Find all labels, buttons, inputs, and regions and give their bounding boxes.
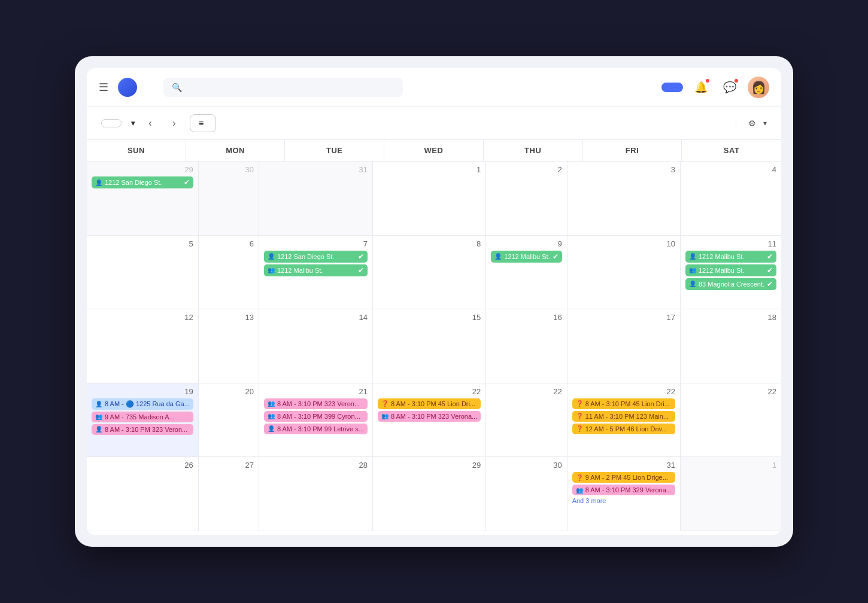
event-text: 83 Magnolia Crescent. <box>699 281 764 288</box>
event-text: 8 AM - 3:10 PM 323 Veron... <box>277 400 364 407</box>
calendar-event[interactable]: 👤1212 Malibu St.✔ <box>491 251 562 263</box>
calendar-event[interactable]: ❓8 AM - 3:10 PM 45 Lion Dri... <box>572 398 675 409</box>
event-text: 11 AM - 3:10 PM 123 Main... <box>585 413 672 420</box>
calendar-cell[interactable]: 27 <box>199 457 259 531</box>
calendar-cell[interactable]: 22❓8 AM - 3:10 PM 45 Lion Dri...👥8 AM - … <box>373 383 486 458</box>
day-number: 29 <box>92 165 193 174</box>
calendar-event[interactable]: 👤8 AM - 🔵 1225 Rua da Ga... <box>92 398 193 410</box>
avatar[interactable]: 👩 <box>748 77 769 98</box>
calendar-cell[interactable]: 5 <box>87 236 199 310</box>
calendar-event[interactable]: 👤1212 Malibu St.✔ <box>685 251 776 263</box>
calendar-event[interactable]: ❓8 AM - 3:10 PM 45 Lion Dri... <box>378 398 481 409</box>
calendar-cell[interactable]: 10 <box>567 236 681 310</box>
search-bar[interactable]: 🔍 <box>163 78 403 97</box>
calendar-cell[interactable]: 2 <box>486 162 567 236</box>
day-number: 1 <box>685 461 776 470</box>
message-badge <box>733 78 739 84</box>
question-icon: ❓ <box>576 400 583 407</box>
calendar-event[interactable]: 👥1212 Malibu St.✔ <box>264 264 368 276</box>
calendar-cell[interactable]: 17 <box>567 309 681 383</box>
calendar-event[interactable]: 👥8 AM - 3:10 PM 323 Verona... <box>378 411 481 422</box>
calendar-cell[interactable]: 15 <box>373 309 486 383</box>
calendar-cell[interactable]: 31 <box>259 162 373 236</box>
question-icon: ❓ <box>576 474 583 481</box>
person-icon: 👤 <box>689 281 696 287</box>
people-icon: 👥 <box>689 267 696 273</box>
calendar-event[interactable]: 👥9 AM - 735 Madison A... <box>92 412 193 422</box>
add-task-button[interactable] <box>661 83 683 92</box>
calendar-cell[interactable]: 22 <box>681 383 781 458</box>
messages-button[interactable]: 💬 <box>719 77 740 98</box>
calendar-event[interactable]: ❓11 AM - 3:10 PM 123 Main... <box>572 411 675 422</box>
calendar-cell[interactable]: 14 <box>259 309 373 383</box>
calendar-cell[interactable]: 1 <box>681 457 781 531</box>
calendar-cell[interactable]: 1 <box>373 162 486 236</box>
menu-icon[interactable]: ☰ <box>99 81 108 94</box>
today-button[interactable] <box>101 119 122 127</box>
calendar-cell[interactable]: 30 <box>199 162 259 236</box>
person-icon: 👤 <box>689 253 696 260</box>
notification-badge <box>705 78 711 84</box>
calendar-cell[interactable]: 20 <box>199 383 259 458</box>
day-number: 9 <box>491 239 562 248</box>
next-month-button[interactable]: › <box>166 115 183 132</box>
day-number: 4 <box>685 165 776 174</box>
calendar-cell[interactable]: 28 <box>259 457 373 531</box>
calendar-cell[interactable]: 11👤1212 Malibu St.✔👥1212 Malibu St.✔👤83 … <box>681 236 781 310</box>
notifications-button[interactable]: 🔔 <box>690 77 712 98</box>
day-number: 1 <box>378 165 481 174</box>
calendar-event[interactable]: 👤1212 San Diego St.✔ <box>264 251 368 263</box>
prev-month-button[interactable]: ‹ <box>142 115 159 132</box>
calendar-cell[interactable]: 29 <box>373 457 486 531</box>
calendar-cell[interactable]: 12 <box>87 309 199 383</box>
people-icon: 👥 <box>268 400 275 407</box>
calendar-cell[interactable]: 4 <box>681 162 781 236</box>
calendar-cell[interactable]: 16 <box>486 309 567 383</box>
person-icon: 👤 <box>95 179 102 186</box>
calendar-cell[interactable]: 8 <box>373 236 486 310</box>
calendar-cell[interactable]: 18 <box>681 309 781 383</box>
view-options: ⚙ ▾ <box>693 118 767 128</box>
calendar-event[interactable]: ❓12 AM - 5 PM 46 Lion Driv... <box>572 424 675 434</box>
people-icon: 👥 <box>95 413 102 420</box>
day-number: 31 <box>264 165 368 174</box>
person-icon: 👤 <box>268 253 275 260</box>
calendar-cell[interactable]: 7👤1212 San Diego St.✔👥1212 Malibu St.✔ <box>259 236 373 310</box>
calendar-cell[interactable]: 9👤1212 Malibu St.✔ <box>486 236 567 310</box>
event-text: 8 AM - 3:10 PM 99 Letrive s... <box>277 425 364 433</box>
calendar-cell[interactable]: 30 <box>486 457 567 531</box>
search-input[interactable] <box>187 83 394 92</box>
event-text: 8 AM - 3:10 PM 399 Cyron... <box>277 413 364 420</box>
calendar-event[interactable]: 👤83 Magnolia Crescent.✔ <box>685 278 776 290</box>
calendar-cell[interactable]: 21👥8 AM - 3:10 PM 323 Veron...👥8 AM - 3:… <box>259 383 373 458</box>
day-number: 28 <box>264 461 368 470</box>
more-events-link[interactable]: And 3 more <box>572 497 675 504</box>
month-label[interactable]: ▾ <box>129 119 135 127</box>
calendar-cell[interactable]: 26 <box>87 457 199 531</box>
event-check-icon: ✔ <box>184 178 190 187</box>
calendar-event[interactable]: 👥1212 Malibu St.✔ <box>685 264 776 276</box>
calendar-cell[interactable]: 3 <box>567 162 681 236</box>
calendar-event[interactable]: 👥8 AM - 3:10 PM 399 Cyron... <box>264 411 368 422</box>
calendar-event[interactable]: 👤8 AM - 3:10 PM 99 Letrive s... <box>264 424 368 434</box>
calendar-cell[interactable]: 31❓9 AM - 2 PM 45 Lion Drige...👥8 AM - 3… <box>567 457 681 531</box>
calendar-cell[interactable]: 6 <box>199 236 259 310</box>
calendar-event[interactable]: 👥8 AM - 3:10 PM 329 Verona... <box>572 485 675 495</box>
calendar-event[interactable]: 👤8 AM - 3:10 PM 323 Veron... <box>92 424 193 435</box>
event-text: 1212 San Diego St. <box>105 179 181 186</box>
calendar-event[interactable]: ❓9 AM - 2 PM 45 Lion Drige... <box>572 472 675 483</box>
settings-button[interactable]: ⚙ ▾ <box>736 118 767 128</box>
calendar-event[interactable]: 👤1212 San Diego St.✔ <box>92 176 193 188</box>
calendar-event[interactable]: 👥8 AM - 3:10 PM 323 Veron... <box>264 398 368 409</box>
person-icon: 👤 <box>268 425 275 432</box>
event-text: 8 AM - 🔵 1225 Rua da Ga... <box>105 400 190 408</box>
day-number: 20 <box>204 387 254 396</box>
filter-button[interactable]: ≡ <box>190 114 216 132</box>
calendar-cell[interactable]: 29👤1212 San Diego St.✔ <box>87 162 199 236</box>
calendar-cell[interactable]: 22 <box>486 383 567 458</box>
calendar-cell[interactable]: 13 <box>199 309 259 383</box>
day-number: 13 <box>204 313 254 322</box>
event-text: 8 AM - 3:10 PM 323 Veron... <box>105 426 190 433</box>
calendar-cell[interactable]: 22❓8 AM - 3:10 PM 45 Lion Dri...❓11 AM -… <box>567 383 681 458</box>
calendar-cell[interactable]: 19👤8 AM - 🔵 1225 Rua da Ga...👥9 AM - 735… <box>87 383 199 458</box>
